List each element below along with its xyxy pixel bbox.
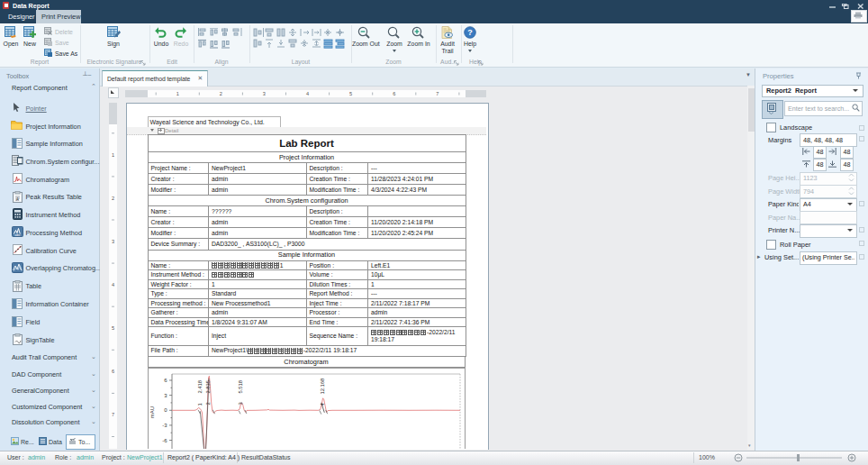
svg-text:2: 2	[220, 91, 222, 96]
svg-text:3: 3	[238, 402, 243, 405]
svg-text:2.835: 2.835	[205, 380, 211, 394]
svg-text:6: 6	[112, 369, 114, 374]
svg-text:A: A	[16, 196, 19, 201]
svg-text:1: 1	[112, 152, 114, 158]
svg-text:5.518: 5.518	[238, 380, 243, 394]
svg-text:2: 2	[112, 196, 114, 201]
svg-text:12.168: 12.168	[320, 378, 325, 395]
svg-text:7: 7	[436, 91, 439, 96]
svg-text:4: 4	[112, 282, 114, 287]
svg-text:3: 3	[263, 91, 266, 96]
svg-text:4: 4	[306, 91, 309, 96]
svg-text:-3: -3	[162, 423, 167, 428]
svg-text:-6: -6	[162, 438, 167, 443]
svg-text:2: 2	[205, 402, 211, 405]
svg-text:1: 1	[197, 403, 203, 406]
svg-text:6: 6	[393, 91, 395, 96]
svg-text:2.418: 2.418	[197, 380, 203, 394]
svg-text:abc: abc	[14, 232, 20, 237]
svg-text:1: 1	[176, 91, 179, 96]
svg-text:3: 3	[112, 239, 114, 244]
svg-text:5: 5	[349, 91, 352, 96]
svg-text:mAU: mAU	[149, 406, 155, 418]
svg-text:7: 7	[112, 412, 114, 417]
svg-text:?: ?	[467, 28, 473, 37]
svg-text:5: 5	[112, 325, 114, 331]
